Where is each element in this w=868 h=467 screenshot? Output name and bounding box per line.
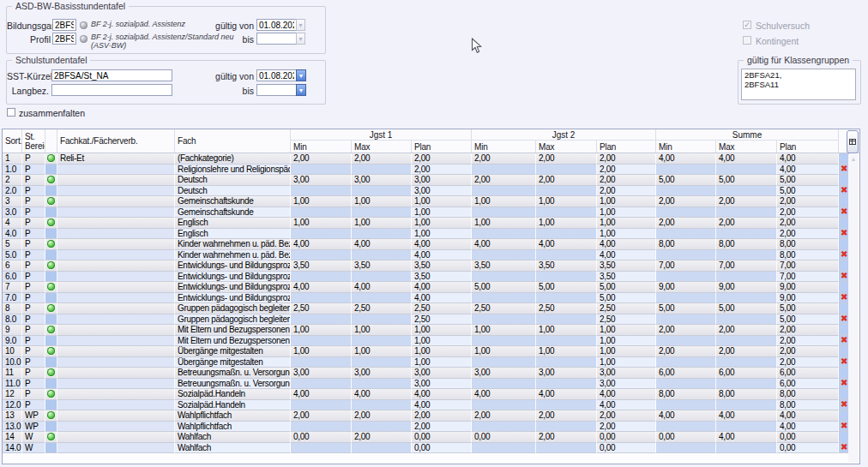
cell-jgst1-max[interactable]: 2,00 bbox=[352, 432, 412, 443]
cell-jgst2-plan[interactable]: 1,00 bbox=[597, 325, 656, 336]
cell-summe-plan[interactable]: 5,00 bbox=[777, 175, 839, 186]
kontingent-checkbox[interactable] bbox=[743, 36, 751, 45]
cell-jgst1-max[interactable] bbox=[352, 165, 412, 176]
cell-summe-min[interactable]: 2,00 bbox=[656, 325, 716, 336]
cell-summe-min[interactable]: 2,00 bbox=[656, 196, 716, 207]
info-orb-icon[interactable] bbox=[80, 35, 87, 43]
cell-jgst1-max[interactable] bbox=[352, 186, 412, 197]
cell-summe-max[interactable] bbox=[716, 422, 777, 433]
cell-summe-max[interactable] bbox=[716, 443, 777, 454]
cell-summe-max[interactable] bbox=[716, 250, 777, 261]
delete-row-icon[interactable]: ✖ bbox=[841, 443, 847, 452]
cell-jgst1-min[interactable] bbox=[291, 186, 352, 197]
cell-jgst1-plan[interactable]: 4,00 bbox=[412, 282, 472, 293]
cell-jgst2-max[interactable] bbox=[536, 443, 597, 454]
cell-jgst2-min[interactable]: 2,00 bbox=[472, 175, 536, 186]
delete-row-icon[interactable]: ✖ bbox=[841, 229, 847, 237]
table-row[interactable]: 2.0 P Deutsch 3,00 2,00 5,00 ✖ bbox=[3, 186, 850, 197]
cell-summe-plan[interactable]: 0,00 bbox=[777, 432, 839, 443]
add-icon[interactable] bbox=[47, 304, 55, 312]
cell-jgst1-max[interactable]: 4,00 bbox=[352, 389, 412, 400]
cell-jgst1-min[interactable]: 1,00 bbox=[291, 325, 352, 336]
cell-jgst2-plan[interactable]: 4,00 bbox=[597, 400, 656, 411]
cell-jgst2-plan[interactable]: 3,50 bbox=[597, 272, 656, 283]
table-row[interactable]: 9.0 P Mit Eltern und Bezugspersonen zusa… bbox=[3, 336, 850, 347]
cell-jgst2-plan[interactable]: 2,00 bbox=[597, 410, 656, 422]
cell-summe-min[interactable] bbox=[656, 293, 716, 304]
cell-jgst1-max[interactable]: 4,00 bbox=[352, 282, 412, 293]
cell-jgst1-plan[interactable]: 2,50 bbox=[412, 314, 472, 326]
cell-jgst1-plan[interactable]: 4,00 bbox=[412, 250, 472, 261]
cell-jgst2-max[interactable]: 3,00 bbox=[536, 368, 597, 379]
cell-jgst1-plan[interactable]: 4,00 bbox=[412, 400, 472, 411]
table-row[interactable]: 12 P Sozialpäd.Handeln 4,00 4,00 4,00 4,… bbox=[3, 389, 850, 400]
cell-summe-min[interactable] bbox=[656, 336, 716, 347]
sst-bis-dropdown-icon[interactable]: ▼ bbox=[296, 84, 306, 96]
table-row[interactable]: 6.0 P Entwicklungs- und Bildungsprozesse… bbox=[3, 272, 850, 283]
sst-bis-input[interactable] bbox=[256, 84, 297, 96]
add-icon[interactable] bbox=[47, 368, 55, 376]
cell-jgst1-max[interactable]: 3,00 bbox=[352, 368, 412, 379]
table-row[interactable]: 1.0 P Religionslehre und Religionspädago… bbox=[3, 165, 850, 176]
cell-jgst1-plan[interactable]: 0,00 bbox=[412, 443, 472, 454]
table-row[interactable]: 3 P Gemeinschaftskunde 1,00 1,00 1,00 1,… bbox=[3, 196, 850, 207]
cell-jgst1-max[interactable] bbox=[352, 272, 412, 283]
cell-summe-max[interactable] bbox=[716, 229, 777, 240]
table-row[interactable]: 11 P Betreuungsmaßn. u. Versorgungshan..… bbox=[3, 368, 850, 379]
cell-summe-min[interactable]: 7,00 bbox=[656, 260, 716, 272]
cell-summe-plan[interactable]: 8,00 bbox=[777, 400, 839, 411]
klassengruppen-value[interactable]: 2BFSA21, 2BFSA11 bbox=[741, 69, 856, 100]
cell-jgst1-min[interactable] bbox=[291, 443, 352, 454]
bildungsgang-input[interactable] bbox=[52, 19, 76, 31]
cell-jgst2-max[interactable] bbox=[536, 272, 597, 283]
cell-jgst1-max[interactable] bbox=[352, 314, 412, 326]
cell-jgst2-min[interactable]: 2,50 bbox=[472, 303, 536, 314]
cell-jgst1-max[interactable] bbox=[352, 357, 412, 368]
cell-summe-min[interactable] bbox=[656, 165, 716, 176]
cell-summe-min[interactable] bbox=[656, 357, 716, 368]
cell-summe-plan[interactable]: 6,00 bbox=[777, 368, 839, 379]
cell-jgst1-plan[interactable]: 1,00 bbox=[412, 336, 472, 347]
cell-jgst1-min[interactable] bbox=[291, 379, 352, 390]
cell-jgst2-min[interactable]: 1,00 bbox=[472, 346, 536, 357]
cell-jgst2-min[interactable]: 4,00 bbox=[472, 239, 536, 250]
cell-jgst1-max[interactable]: 1,00 bbox=[352, 325, 412, 336]
cell-summe-min[interactable] bbox=[656, 229, 716, 240]
cell-jgst2-max[interactable] bbox=[536, 400, 597, 411]
cell-jgst1-plan[interactable]: 2,00 bbox=[412, 165, 472, 176]
cell-jgst1-max[interactable] bbox=[352, 379, 412, 390]
cell-summe-min[interactable]: 8,00 bbox=[656, 239, 716, 250]
cell-jgst1-plan[interactable]: 4,00 bbox=[412, 389, 472, 400]
cell-jgst2-max[interactable]: 2,00 bbox=[536, 432, 597, 443]
add-icon[interactable] bbox=[47, 326, 55, 333]
cell-jgst2-plan[interactable]: 1,00 bbox=[597, 229, 656, 240]
cell-jgst2-max[interactable]: 4,00 bbox=[536, 389, 597, 400]
cell-summe-min[interactable]: 9,00 bbox=[656, 282, 716, 293]
cell-jgst2-plan[interactable]: 2,00 bbox=[597, 153, 656, 165]
cell-jgst2-min[interactable] bbox=[472, 293, 536, 304]
cell-summe-plan[interactable]: 8,00 bbox=[777, 250, 839, 261]
cell-summe-max[interactable]: 2,00 bbox=[716, 218, 777, 229]
table-row[interactable]: 6 P Entwicklungs- und Bildungsprozesse .… bbox=[3, 260, 850, 272]
cell-jgst2-plan[interactable]: 1,00 bbox=[597, 346, 656, 357]
cell-jgst2-max[interactable] bbox=[536, 379, 597, 390]
cell-summe-max[interactable] bbox=[716, 186, 777, 197]
cell-jgst1-min[interactable] bbox=[291, 314, 352, 326]
cell-jgst2-plan[interactable]: 5,00 bbox=[597, 282, 656, 293]
cell-summe-plan[interactable]: 7,00 bbox=[777, 260, 839, 272]
cell-jgst2-min[interactable] bbox=[472, 272, 536, 283]
cell-summe-max[interactable]: 9,00 bbox=[716, 282, 777, 293]
cell-jgst1-plan[interactable]: 4,00 bbox=[412, 239, 472, 250]
cell-jgst2-min[interactable] bbox=[472, 422, 536, 433]
cell-jgst2-min[interactable] bbox=[472, 443, 536, 454]
delete-row-icon[interactable]: ✖ bbox=[841, 379, 847, 387]
basis-bis-dropdown-icon[interactable]: ▼ bbox=[296, 33, 305, 45]
cell-summe-max[interactable]: 8,00 bbox=[716, 239, 777, 250]
add-icon[interactable] bbox=[47, 154, 55, 162]
cell-summe-max[interactable]: 5,00 bbox=[716, 175, 777, 186]
cell-jgst2-plan[interactable]: 2,00 bbox=[597, 165, 656, 176]
cell-jgst1-min[interactable] bbox=[291, 400, 352, 411]
cell-summe-plan[interactable]: 0,00 bbox=[777, 443, 839, 454]
table-row[interactable]: 14.0 W Wahlfach 0,00 0,00 0,00 ✖ bbox=[3, 443, 850, 454]
cell-jgst1-plan[interactable]: 2,50 bbox=[412, 303, 472, 314]
